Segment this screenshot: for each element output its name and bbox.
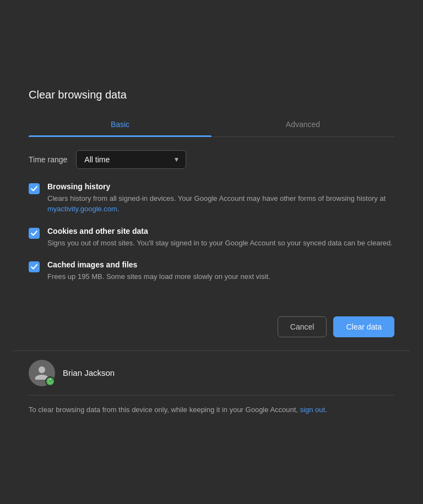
time-range-select[interactable]: All time Last hour Last 24 hours Last 7 … — [76, 150, 186, 169]
dialog-title: Clear browsing data — [29, 89, 394, 101]
tabs-bar: Basic Advanced — [29, 112, 394, 137]
time-range-select-wrapper: All time Last hour Last 24 hours Last 7 … — [76, 150, 186, 169]
cached-title: Cached images and files — [47, 260, 270, 269]
list-item: Browsing history Clears history from all… — [29, 182, 394, 215]
tab-basic[interactable]: Basic — [29, 112, 212, 136]
profile-section: Brian Jackson — [13, 351, 410, 395]
cancel-button[interactable]: Cancel — [278, 316, 327, 337]
dialog-header: Clear browsing data Basic Advanced — [13, 75, 410, 137]
browsing-history-checkbox-wrapper — [29, 183, 40, 194]
cached-checkbox[interactable] — [29, 261, 40, 272]
clear-data-button[interactable]: Clear data — [333, 316, 394, 337]
cookies-checkbox-wrapper — [29, 228, 40, 239]
browsing-history-title: Browsing history — [47, 182, 394, 191]
clear-browsing-data-dialog: Clear browsing data Basic Advanced Time … — [13, 75, 410, 429]
list-item: Cached images and files Frees up 195 MB.… — [29, 260, 394, 282]
sign-out-section: To clear browsing data from this device … — [13, 396, 410, 429]
time-range-label: Time range — [29, 155, 67, 164]
cookies-desc: Signs you out of most sites. You'll stay… — [47, 238, 393, 249]
sign-out-text: To clear browsing data from this device … — [29, 404, 394, 416]
list-item: Cookies and other site data Signs you ou… — [29, 227, 394, 249]
sync-badge — [45, 376, 55, 386]
avatar-wrapper — [29, 360, 55, 386]
cached-content: Cached images and files Frees up 195 MB.… — [47, 260, 270, 282]
cookies-title: Cookies and other site data — [47, 227, 393, 235]
time-range-row: Time range All time Last hour Last 24 ho… — [29, 150, 394, 169]
cookies-content: Cookies and other site data Signs you ou… — [47, 227, 393, 249]
browsing-history-checkbox[interactable] — [29, 183, 40, 194]
dialog-footer: Cancel Clear data — [13, 308, 410, 350]
browsing-history-content: Browsing history Clears history from all… — [47, 182, 394, 215]
cookies-checkbox[interactable] — [29, 228, 40, 239]
profile-name: Brian Jackson — [63, 368, 115, 377]
myactivity-link[interactable]: myactivity.google.com — [47, 205, 117, 213]
cached-desc: Frees up 195 MB. Some sites may load mor… — [47, 271, 270, 282]
sync-icon — [47, 379, 53, 384]
sign-out-link[interactable]: sign out — [300, 406, 326, 414]
tab-advanced[interactable]: Advanced — [212, 112, 394, 136]
browsing-history-desc: Clears history from all signed-in device… — [47, 193, 394, 215]
cached-checkbox-wrapper — [29, 261, 40, 272]
dialog-body: Time range All time Last hour Last 24 ho… — [13, 137, 410, 308]
